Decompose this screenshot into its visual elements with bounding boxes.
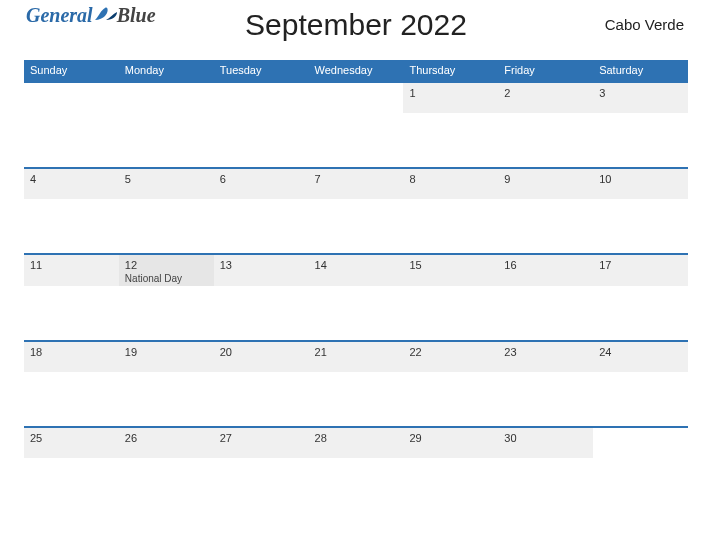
day-number: 30 <box>504 432 587 444</box>
day-cell: 8 <box>403 169 498 199</box>
day-number: 5 <box>125 173 208 185</box>
day-number: 17 <box>599 259 682 271</box>
weeks: 123456789101112National Day1314151617181… <box>24 81 688 512</box>
dow-mon: Monday <box>119 60 214 81</box>
day-cell: 29 <box>403 428 498 458</box>
day-number: 25 <box>30 432 113 444</box>
week-lead: 252627282930 <box>24 428 688 458</box>
day-number: 27 <box>220 432 303 444</box>
day-number: 7 <box>315 173 398 185</box>
day-cell: 13 <box>214 255 309 286</box>
day-number: 6 <box>220 173 303 185</box>
day-cell: 11 <box>24 255 119 286</box>
day-number: 20 <box>220 346 303 358</box>
dow-header: Sunday Monday Tuesday Wednesday Thursday… <box>24 60 688 81</box>
day-cell: 6 <box>214 169 309 199</box>
day-cell: 5 <box>119 169 214 199</box>
day-cell <box>309 83 404 113</box>
week-row: 18192021222324 <box>24 340 688 426</box>
week-lead: 18192021222324 <box>24 342 688 372</box>
day-number: 3 <box>599 87 682 99</box>
day-number: 14 <box>315 259 398 271</box>
day-cell: 25 <box>24 428 119 458</box>
day-number: 24 <box>599 346 682 358</box>
day-number: 15 <box>409 259 492 271</box>
day-number: 18 <box>30 346 113 358</box>
day-number: 21 <box>315 346 398 358</box>
week-body <box>24 113 688 167</box>
day-cell <box>214 83 309 113</box>
day-cell: 7 <box>309 169 404 199</box>
day-cell: 2 <box>498 83 593 113</box>
week-row: 1112National Day1314151617 <box>24 253 688 340</box>
day-number: 22 <box>409 346 492 358</box>
day-cell: 9 <box>498 169 593 199</box>
day-cell: 10 <box>593 169 688 199</box>
day-cell: 24 <box>593 342 688 372</box>
week-lead: 123 <box>24 83 688 113</box>
day-number: 9 <box>504 173 587 185</box>
week-lead: 45678910 <box>24 169 688 199</box>
week-row: 45678910 <box>24 167 688 253</box>
holiday-label: National Day <box>125 273 208 284</box>
week-body <box>24 372 688 426</box>
week-row: 123 <box>24 81 688 167</box>
week-row: 252627282930 <box>24 426 688 512</box>
dow-fri: Friday <box>498 60 593 81</box>
day-number: 19 <box>125 346 208 358</box>
day-number: 29 <box>409 432 492 444</box>
dow-thu: Thursday <box>403 60 498 81</box>
day-number: 11 <box>30 259 113 271</box>
region-label: Cabo Verde <box>605 16 684 33</box>
day-number: 13 <box>220 259 303 271</box>
day-cell: 26 <box>119 428 214 458</box>
day-cell <box>119 83 214 113</box>
day-number: 10 <box>599 173 682 185</box>
day-cell: 21 <box>309 342 404 372</box>
day-cell: 22 <box>403 342 498 372</box>
day-number: 1 <box>409 87 492 99</box>
day-cell: 14 <box>309 255 404 286</box>
calendar: Sunday Monday Tuesday Wednesday Thursday… <box>24 60 688 512</box>
day-cell: 12National Day <box>119 255 214 286</box>
day-cell: 23 <box>498 342 593 372</box>
day-number: 4 <box>30 173 113 185</box>
dow-sat: Saturday <box>593 60 688 81</box>
day-cell: 15 <box>403 255 498 286</box>
header: General Blue September 2022 Cabo Verde <box>0 0 712 56</box>
dow-sun: Sunday <box>24 60 119 81</box>
day-cell: 4 <box>24 169 119 199</box>
day-cell: 18 <box>24 342 119 372</box>
day-number: 12 <box>125 259 208 271</box>
week-body <box>24 458 688 512</box>
day-cell: 16 <box>498 255 593 286</box>
day-number: 23 <box>504 346 587 358</box>
day-cell: 27 <box>214 428 309 458</box>
day-number: 28 <box>315 432 398 444</box>
day-number: 16 <box>504 259 587 271</box>
day-cell: 3 <box>593 83 688 113</box>
dow-tue: Tuesday <box>214 60 309 81</box>
dow-wed: Wednesday <box>309 60 404 81</box>
day-cell <box>24 83 119 113</box>
day-number: 2 <box>504 87 587 99</box>
day-cell: 17 <box>593 255 688 286</box>
day-cell: 19 <box>119 342 214 372</box>
day-cell <box>593 428 688 458</box>
week-body <box>24 286 688 340</box>
week-lead: 1112National Day1314151617 <box>24 255 688 286</box>
day-number: 26 <box>125 432 208 444</box>
day-cell: 20 <box>214 342 309 372</box>
day-cell: 30 <box>498 428 593 458</box>
week-body <box>24 199 688 253</box>
day-cell: 1 <box>403 83 498 113</box>
day-cell: 28 <box>309 428 404 458</box>
day-number: 8 <box>409 173 492 185</box>
